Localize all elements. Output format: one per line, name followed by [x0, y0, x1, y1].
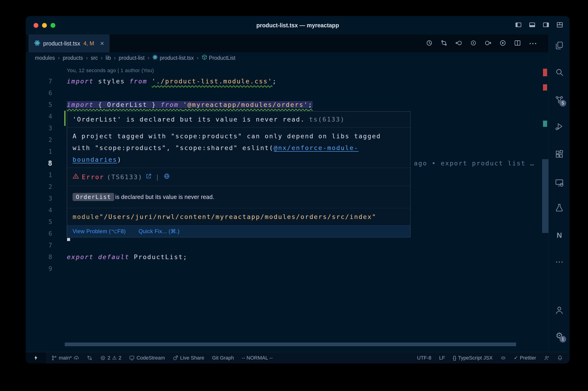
- language-mode-item[interactable]: {} TypeScript JSX: [453, 355, 493, 361]
- change-marker: [543, 121, 547, 127]
- quick-fix-link[interactable]: Quick Fix... (⌘.): [139, 228, 179, 235]
- settings-gear-icon[interactable]: ⚙ 1: [554, 330, 565, 341]
- detail-text: is declared but its value is never read.: [115, 194, 214, 200]
- remote-indicator[interactable]: [26, 352, 46, 363]
- breadcrumb: modules › products › src › lib › product…: [26, 52, 549, 63]
- braces-icon: {}: [453, 355, 456, 361]
- eslint-rule-link[interactable]: boundaries: [73, 156, 117, 163]
- error-label: Error: [82, 174, 104, 181]
- line-number: 4: [26, 207, 60, 214]
- layout-controls: [515, 16, 563, 34]
- toggle-primary-sidebar-icon[interactable]: [515, 21, 522, 29]
- breadcrumb-modules[interactable]: modules: [35, 55, 55, 61]
- previous-change-icon[interactable]: [455, 39, 462, 47]
- line-number: 6: [26, 90, 60, 97]
- open-external-icon[interactable]: [145, 173, 152, 181]
- eslint-rule-link[interactable]: @nx/enforce-module-: [274, 144, 359, 151]
- run-file-icon[interactable]: [499, 39, 506, 47]
- errors-icon: [100, 355, 106, 361]
- compare-changes-item[interactable]: [87, 355, 92, 361]
- run-and-debug-icon[interactable]: [554, 121, 565, 132]
- git-branch-item[interactable]: main*: [51, 355, 79, 361]
- customize-layout-icon[interactable]: [556, 21, 563, 29]
- gitlens-inline-blame[interactable]: ago • export product list …: [414, 157, 534, 169]
- additional-views-icon[interactable]: ⋯: [554, 256, 565, 267]
- breadcrumb-separator: ›: [58, 55, 60, 61]
- line-number: 2: [26, 136, 60, 143]
- error-triangle-icon: [73, 173, 79, 181]
- tooltip-resize-handle[interactable]: [67, 238, 70, 241]
- toggle-secondary-sidebar-icon[interactable]: [543, 21, 549, 29]
- search-icon[interactable]: [554, 67, 565, 78]
- vertical-scrollbar[interactable]: [542, 159, 549, 233]
- tab-product-list[interactable]: product-list.tsx 4, M ×: [28, 34, 110, 52]
- live-share-icon: [173, 355, 178, 361]
- code-text[interactable]: import { OrderList } from '@myreactapp/m…: [60, 101, 313, 108]
- nx-console-icon[interactable]: N: [554, 230, 565, 241]
- encoding-item[interactable]: UTF-8: [417, 355, 431, 361]
- code-line: 5import { OrderList } from '@myreactapp/…: [26, 99, 542, 110]
- module-keyword: module: [73, 213, 99, 220]
- breadcrumb-file-label: product-list.tsx: [160, 55, 194, 61]
- react-file-icon: [34, 40, 40, 47]
- zoom-window-button[interactable]: [51, 23, 55, 28]
- symbol-chip: OrderList: [73, 193, 114, 201]
- eol-item[interactable]: LF: [439, 355, 445, 361]
- prettier-item[interactable]: ✓ Prettier: [514, 355, 536, 361]
- accounts-icon[interactable]: [554, 305, 565, 316]
- horizontal-scrollbar[interactable]: [65, 343, 516, 346]
- globe-icon[interactable]: [164, 173, 170, 181]
- breadcrumb-lib[interactable]: lib: [106, 55, 111, 61]
- source-control-graph-icon[interactable]: 5: [554, 94, 565, 105]
- tooltip-footer: View Problem (⌥F8) Quick Fix... (⌘.): [67, 225, 410, 237]
- line-number: 1: [26, 172, 60, 179]
- overview-ruler: [542, 63, 549, 352]
- breadcrumb-symbol[interactable]: ProductList: [202, 54, 236, 61]
- code-text[interactable]: export default ProductList;: [60, 253, 187, 261]
- remote-explorer-icon[interactable]: [554, 177, 565, 188]
- gitlens-codelens[interactable]: You, 12 seconds ago | 1 author (You): [67, 68, 154, 74]
- git-graph-item[interactable]: Git Graph: [212, 355, 234, 361]
- problems-item[interactable]: 2 ⚠ 2: [100, 355, 121, 361]
- vim-mode-item[interactable]: -- NORMAL --: [242, 355, 273, 361]
- copilot-item[interactable]: [501, 355, 506, 361]
- blame-annotations-icon[interactable]: [470, 39, 477, 47]
- codestream-item[interactable]: CodeStream: [129, 355, 165, 361]
- window-title: product-list.tsx — myreactapp: [256, 22, 339, 29]
- error-marker: [543, 84, 547, 91]
- line-number: 1: [26, 148, 60, 155]
- breadcrumb-product-list[interactable]: product-list: [119, 55, 145, 61]
- live-share-item[interactable]: Live Share: [173, 355, 204, 361]
- breadcrumb-src[interactable]: src: [91, 55, 98, 61]
- feedback-item[interactable]: [544, 355, 549, 361]
- tab-bar: product-list.tsx 4, M ×: [26, 34, 549, 52]
- prettier-label: Prettier: [520, 355, 536, 361]
- breadcrumb-file[interactable]: product-list.tsx: [152, 54, 194, 61]
- view-problem-link[interactable]: View Problem (⌥F8): [73, 228, 126, 235]
- close-tab-icon[interactable]: ×: [100, 40, 104, 47]
- split-editor-icon[interactable]: [514, 39, 521, 47]
- more-actions-icon[interactable]: ⋯: [529, 39, 537, 48]
- code-text[interactable]: import styles from './product-list.modul…: [60, 78, 277, 85]
- notifications-item[interactable]: [557, 355, 563, 361]
- breadcrumb-products[interactable]: products: [63, 55, 83, 61]
- minimize-window-button[interactable]: [42, 23, 47, 28]
- line-number: 3: [26, 125, 60, 132]
- tooltip-eslint-message: A project tagged with "scope:products" c…: [67, 127, 410, 168]
- testing-beaker-icon[interactable]: [554, 202, 565, 213]
- warning-count: 2: [118, 355, 121, 361]
- settings-badge: 1: [560, 336, 566, 343]
- open-changes-icon[interactable]: [440, 39, 447, 47]
- line-number: 4: [26, 113, 60, 120]
- explorer-icon[interactable]: [554, 40, 565, 51]
- ts-message-text: 'OrderList' is declared but its value is…: [73, 116, 305, 123]
- divider-pipe: |: [156, 174, 160, 181]
- close-window-button[interactable]: [34, 23, 38, 28]
- tooltip-ts-message: 'OrderList' is declared but its value is…: [67, 111, 410, 127]
- next-change-icon[interactable]: [485, 39, 492, 47]
- file-history-icon[interactable]: [426, 39, 433, 47]
- scm-count-badge: 5: [560, 100, 566, 106]
- warnings-icon: ⚠: [112, 355, 117, 361]
- extensions-icon[interactable]: [554, 149, 565, 160]
- toggle-panel-icon[interactable]: [529, 21, 536, 29]
